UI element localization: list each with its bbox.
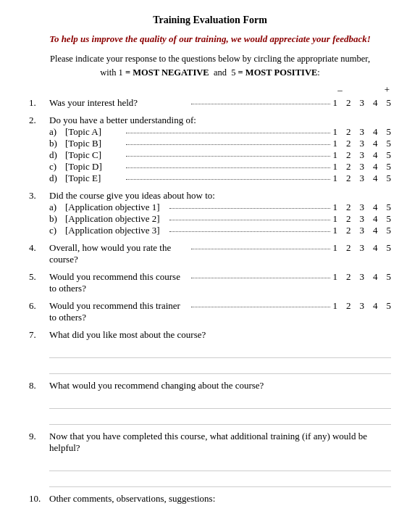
- question-8: 8. What would you recommend changing abo…: [29, 380, 391, 425]
- q2-text: Do you have a better understanding of:: [49, 115, 391, 126]
- q6-num: 6.: [29, 300, 49, 312]
- q2-sub-b: b) [Topic B] 12345: [49, 138, 391, 149]
- q5-text: Would you recommend this course to other…: [49, 271, 188, 294]
- question-2: 2. Do you have a better understanding of…: [29, 115, 391, 184]
- q8-answer-line-2: [49, 412, 391, 425]
- scale-plus-label: +: [385, 84, 390, 96]
- q7-num: 7.: [29, 329, 49, 341]
- question-9: 9. Now that you have completed this cour…: [29, 431, 391, 487]
- q9-num: 9.: [29, 431, 49, 442]
- q1-num: 1.: [29, 97, 49, 109]
- q2-sub-c: d) [Topic C] 12345: [49, 149, 391, 161]
- q6-text: Would you recommend this trainer to othe…: [49, 300, 188, 323]
- question-7: 7. What did you like most about the cour…: [29, 329, 391, 374]
- q1-scale: 1 2 3 4 5: [333, 97, 392, 109]
- q3-num: 3.: [29, 190, 49, 202]
- instructions: Please indicate your response to the que…: [29, 52, 391, 80]
- form-title: Training Evaluation Form: [29, 14, 391, 26]
- q7-text: What did you like most about the course?: [49, 329, 391, 341]
- q2-sub-d: c) [Topic D] 12345: [49, 161, 391, 173]
- q7-answer-line-1: [49, 345, 391, 358]
- q3-text: Did the course give you ideas about how …: [49, 190, 391, 202]
- q10-num: 10.: [29, 493, 49, 505]
- q9-answer-line-2: [49, 474, 391, 487]
- scale-minus-label: –: [337, 84, 343, 96]
- q4-num: 4.: [29, 242, 49, 254]
- q2-sub-a: a) [Topic A] 12345: [49, 126, 391, 138]
- q5-num: 5.: [29, 271, 49, 283]
- q8-answer-line-1: [49, 396, 391, 409]
- q10-text: Other comments, observations, suggestion…: [49, 493, 391, 505]
- q8-text: What would you recommend changing about …: [49, 380, 391, 391]
- scale-header: – +: [29, 84, 391, 96]
- question-5: 5. Would you recommend this course to ot…: [29, 271, 391, 294]
- q2-num: 2.: [29, 115, 49, 126]
- q8-num: 8.: [29, 380, 49, 391]
- q1-dots: [191, 104, 330, 104]
- question-10: 10. Other comments, observations, sugges…: [29, 493, 391, 515]
- q10-answer-line-1: [49, 509, 391, 515]
- q2-sub-e: d) [Topic E] 12345: [49, 173, 391, 184]
- q4-text: Overall, how would you rate the course?: [49, 242, 188, 265]
- q3-sub-c: c) [Application objective 3] 12345: [49, 225, 391, 236]
- q9-text: Now that you have completed this course,…: [49, 431, 391, 454]
- q1-text: Was your interest held?: [49, 97, 188, 109]
- q3-sub-b: b) [Application objective 2] 12345: [49, 213, 391, 225]
- subtitle: To help us improve the quality of our tr…: [29, 33, 391, 45]
- question-6: 6. Would you recommend this trainer to o…: [29, 300, 391, 323]
- question-4: 4. Overall, how would you rate the cours…: [29, 242, 391, 265]
- q9-answer-line-1: [49, 458, 391, 471]
- q7-answer-line-2: [49, 361, 391, 374]
- question-3: 3. Did the course give you ideas about h…: [29, 190, 391, 236]
- question-1: 1. Was your interest held? 1 2 3 4 5: [29, 97, 391, 109]
- q3-sub-a: a) [Application objective 1] 12345: [49, 202, 391, 213]
